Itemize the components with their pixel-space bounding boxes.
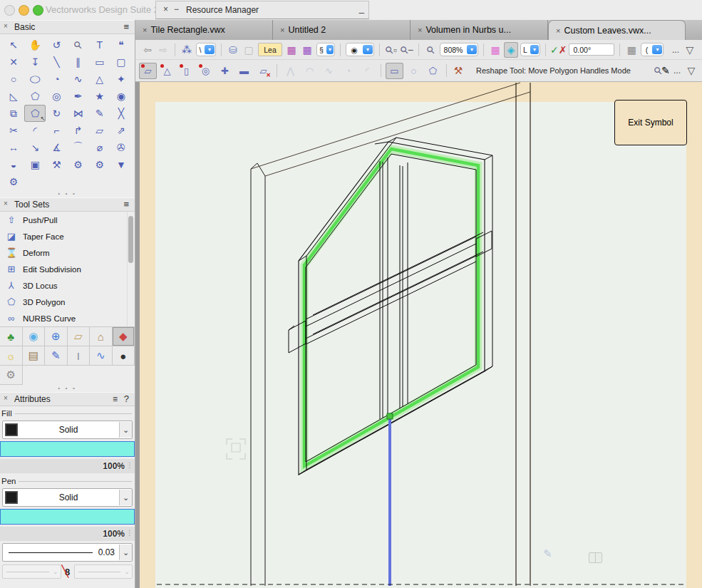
fill-color-bar[interactable] (0, 441, 135, 457)
add-vertex-mode[interactable]: △ (158, 63, 176, 79)
flyover-tool[interactable]: ↺ (46, 36, 67, 53)
reshape-tool[interactable]: ⬠↖ (24, 105, 46, 122)
combo-chevron-icon[interactable]: ▾ (467, 45, 477, 54)
settings-gear-icon[interactable]: ⚙ (0, 366, 23, 385)
line-tool[interactable]: ╲ (46, 53, 67, 71)
constrained-dimension-tool[interactable]: ↔ (3, 139, 24, 156)
resource-manager-collapse-icon[interactable]: − (174, 4, 179, 14)
zoom-level-combo[interactable]: 808%▾ (440, 43, 478, 56)
angle-dimension-tool[interactable]: ∡ (46, 139, 67, 156)
organization-grid-icon[interactable]: ▦ (624, 42, 639, 58)
arc-length-dimension-tool[interactable]: ⌒ (67, 139, 88, 156)
tool-sets-close-icon[interactable]: × (4, 200, 8, 207)
combo-chevron-icon[interactable]: ▾ (652, 45, 662, 54)
tool-set-item-nurbs-curve[interactable]: ∞NURBS Curve (0, 310, 135, 326)
attribute-brush-tool[interactable]: ⚒ (46, 156, 67, 173)
back-arrow-icon[interactable]: ⇦ (140, 42, 155, 58)
resource-manager-titlebar[interactable]: × − Resource Manager _ (155, 1, 369, 19)
document-tab-1[interactable]: ×Tile Rectangle.vwx (135, 20, 273, 40)
exit-symbol-button[interactable]: Exit Symbol (614, 100, 687, 145)
close-traffic-light[interactable] (4, 5, 15, 16)
tool-set-item-deform[interactable]: ⌛Deform (0, 244, 135, 261)
pan-tool[interactable]: ✋ (24, 36, 46, 53)
detail-camera-icon[interactable]: ▤ (23, 346, 46, 366)
wand-tool[interactable]: ★ (89, 88, 110, 105)
polyline-tool[interactable]: ✦ (110, 71, 132, 88)
structural-steel-icon[interactable]: I (68, 346, 91, 366)
join-tool[interactable]: ↱ (67, 122, 88, 139)
toolbar2-chevron-icon[interactable]: ▽ (684, 63, 698, 78)
unified-view-icon[interactable]: ◈ (504, 42, 518, 58)
fill-opacity-handle-icon[interactable]: ⋮ (126, 461, 133, 469)
start-marker-select[interactable]: ⌄ (2, 564, 61, 579)
spiral-tool[interactable]: ◎ (46, 88, 67, 105)
viewport-pink-icon[interactable]: ▦ (488, 42, 502, 58)
site-planning-icon[interactable]: ♣ (0, 327, 23, 346)
freehand-tool[interactable]: ∿ (67, 71, 88, 88)
diameter-dimension-tool[interactable]: ⌀ (89, 139, 110, 156)
subtract-mode[interactable]: ▬ (235, 63, 253, 79)
basic-menu-icon[interactable]: ≡ (123, 21, 129, 32)
layer-combo[interactable]: §▾ (316, 43, 335, 56)
unconstrained-dimension-tool[interactable]: ↘ (24, 139, 46, 156)
double-line-tool[interactable]: ∥ (67, 53, 88, 71)
tool-set-item-push-pull[interactable]: ⇧Push/Pull (0, 212, 135, 228)
zoom-tool[interactable]: ⚲ (67, 36, 88, 53)
end-marker-select[interactable]: ⌄ (74, 564, 133, 579)
marquee-mode[interactable]: ▭ (386, 63, 403, 79)
tool-sets-resize-handle[interactable]: • • • (0, 385, 135, 392)
tool-set-item-taper-face[interactable]: ◪Taper Face (0, 228, 135, 244)
tape-measure-tool[interactable]: ✇ (110, 139, 132, 156)
bezier-vertex-mode[interactable]: ◠ (301, 63, 319, 79)
fill-opacity-slider[interactable]: 100% ⋮ (0, 459, 135, 473)
mirror-tool[interactable]: ⋈ (67, 105, 88, 122)
offset-tool[interactable]: ⇗ (110, 122, 132, 139)
basic-palette-header[interactable]: × Basic ≡ (0, 20, 135, 34)
globe-icon[interactable]: ⊕ (45, 327, 68, 346)
toolbar1-chevron-icon[interactable]: ▽ (683, 42, 697, 58)
saved-views-combo[interactable]: \▾ (196, 43, 216, 56)
tool-set-item-3d-locus[interactable]: ⅄3D Locus (0, 277, 135, 294)
arc-tool[interactable]: ◔ (46, 71, 67, 88)
tool-help-magnifier-icon[interactable]: ⚲✎ (654, 63, 670, 78)
select-tool[interactable]: ↖ (3, 36, 24, 53)
locus-tool[interactable]: ✕ (3, 53, 24, 71)
zoom-tool-icon[interactable]: ⚲ (423, 42, 438, 58)
tool-set-item-edit-subdivision[interactable]: ⊞Edit Subdivision (0, 261, 135, 277)
combo-chevron-icon[interactable]: ▾ (363, 45, 373, 54)
combo-chevron-icon[interactable]: ▾ (530, 45, 539, 54)
forward-arrow-icon[interactable]: ⇨ (156, 42, 170, 58)
toolbar1-overflow-ellipsis[interactable]: ... (672, 45, 679, 55)
document-tab-3[interactable]: ×Volumen in Nurbs u... (411, 20, 548, 40)
combo-chevron-icon[interactable]: ▾ (205, 45, 215, 54)
double-polygon-tool[interactable]: ◺ (3, 88, 24, 105)
radius-vertex-mode[interactable]: ◜ (358, 63, 376, 79)
machine-design-icon[interactable]: ● (113, 346, 135, 366)
rectangle-tool[interactable]: ▭ (89, 53, 110, 71)
rotate-tool[interactable]: ↻ (46, 105, 67, 122)
hide-edge-mode[interactable]: ▱✕ (254, 63, 272, 79)
zoom-out-icon[interactable]: ⚲− (400, 42, 414, 58)
pen-style-chevron-icon[interactable]: ⌄ (119, 490, 132, 505)
scrollbar-thumb[interactable] (128, 216, 133, 263)
regular-polygon-tool[interactable]: ⬠ (24, 88, 46, 105)
resource-manager-close-icon[interactable]: × (163, 4, 168, 14)
pen-opacity-slider[interactable]: 100% ⋮ (0, 527, 135, 541)
attributes-help-icon[interactable]: ? (124, 393, 129, 404)
tab-close-icon[interactable]: × (280, 26, 284, 34)
sheet-layer-viewport-icon[interactable]: ▦ (300, 42, 314, 58)
stamp-tool-2[interactable]: ▼ (110, 156, 132, 173)
clip-tool[interactable]: ⧉ (3, 105, 24, 122)
attributes-close-icon[interactable]: × (4, 394, 8, 402)
document-tab-4[interactable]: ×Custom Leaves.vwx... (548, 20, 686, 40)
lighting-icon[interactable]: ☼ (0, 346, 23, 366)
dims-notes-icon[interactable]: ✎ (45, 346, 68, 366)
tab-close-icon[interactable]: × (418, 26, 422, 34)
utility-wrench-tool-3[interactable]: ⚙ (3, 173, 24, 190)
layer-plane-icon[interactable]: ▢ (242, 42, 256, 58)
tool-sets-scrollbar[interactable] (127, 212, 134, 326)
design-layer-viewport-icon[interactable]: ▦ (284, 42, 299, 58)
combo-chevron-icon[interactable]: ▾ (326, 45, 334, 54)
plane-angle-field[interactable]: 0.00° (569, 43, 614, 56)
text-tool[interactable]: T (89, 36, 110, 53)
